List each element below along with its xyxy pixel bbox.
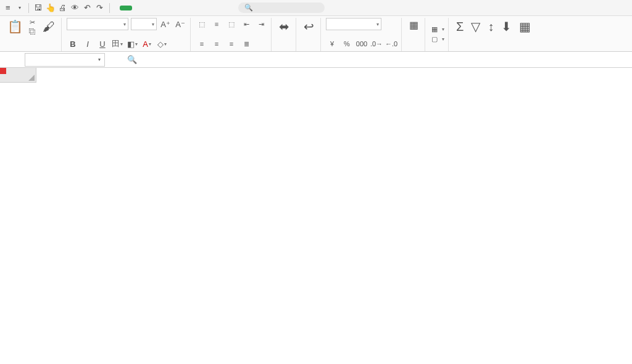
brush-icon: 🖌 <box>43 20 55 34</box>
cell-icon: ▢ <box>430 35 439 43</box>
sort-icon: ↕ <box>488 20 494 34</box>
undo-icon[interactable]: ↶ <box>82 2 93 14</box>
italic-button[interactable]: I <box>81 38 94 50</box>
align-group: ⬚ ≡ ⬚ ⇤ ⇥ ≡ ≡ ≡ ≣ <box>194 18 272 51</box>
styles-group: ▦ <box>405 18 425 51</box>
fill-icon: ⬇ <box>501 19 512 34</box>
tab-start[interactable] <box>120 6 132 10</box>
indent-decrease-button[interactable]: ⇤ <box>240 18 252 30</box>
align-left-button[interactable]: ≡ <box>196 38 208 50</box>
chevron-down-icon: ▾ <box>98 57 101 62</box>
clipboard-icon: 📋 <box>7 19 23 34</box>
justify-button[interactable]: ≣ <box>240 38 252 50</box>
cells-icon: ▦ <box>519 19 531 34</box>
tab-insert[interactable] <box>132 6 144 10</box>
copy-icon: ⿻ <box>28 28 36 35</box>
print-icon[interactable]: 🖨 <box>57 2 69 14</box>
tab-formula[interactable] <box>157 6 169 10</box>
copy-button[interactable]: ⿻ <box>28 28 38 35</box>
fill-color-button[interactable]: ◧▾ <box>126 38 138 50</box>
cell-style-button[interactable]: ▢▾ <box>430 35 444 43</box>
search-icon: 🔍 <box>244 4 253 12</box>
scissors-icon: ✂ <box>28 19 36 27</box>
increase-decimal-button[interactable]: .0→ <box>370 38 383 50</box>
paste-button[interactable]: 📋 <box>5 18 25 36</box>
zoom-icon[interactable]: 🔍 <box>127 55 137 64</box>
align-center-button[interactable]: ≡ <box>210 38 223 50</box>
print-preview-icon[interactable]: 👁 <box>70 2 81 14</box>
merge-icon: ⬌ <box>279 19 289 34</box>
conditional-format-button[interactable]: ▦ <box>407 18 421 32</box>
fill-button[interactable]: ⬇ <box>499 18 514 36</box>
ribbon: 📋 ✂ ⿻ 🖌 ▾ ▾ A⁺ A⁻ B I U 田▾ ◧▾ A▾ <box>0 16 632 52</box>
redo-icon[interactable]: ↷ <box>94 2 106 14</box>
formula-bar: ▾ 🔍 <box>0 52 632 68</box>
increase-font-button[interactable]: A⁺ <box>159 18 172 30</box>
search-input[interactable] <box>256 4 317 12</box>
separator <box>28 3 29 13</box>
funnel-icon: ▽ <box>471 19 480 34</box>
save-as-icon[interactable]: 👆 <box>45 2 56 14</box>
grid-icon: ▦ <box>430 25 439 33</box>
ribbon-tabs <box>120 6 231 10</box>
tab-page-layout[interactable] <box>144 6 157 10</box>
font-group: ▾ ▾ A⁺ A⁻ B I U 田▾ ◧▾ A▾ ◇▾ <box>65 18 191 51</box>
decrease-decimal-button[interactable]: ←.0 <box>385 38 397 50</box>
sort-button[interactable]: ↕ <box>485 19 496 36</box>
percent-button[interactable]: % <box>341 38 353 50</box>
merge-group: ⬌ <box>275 18 296 51</box>
tab-data[interactable] <box>169 6 181 10</box>
menubar: ≡ ▾ 🖫 👆 🖨 👁 ↶ ↷ 🔍 <box>0 0 632 16</box>
hamburger-icon[interactable]: ≡ <box>4 3 12 12</box>
select-all-corner[interactable] <box>0 68 36 83</box>
chevron-down-icon: ▾ <box>123 22 126 27</box>
wrap-icon: ↩ <box>304 19 314 34</box>
font-name-select[interactable]: ▾ <box>67 18 128 30</box>
bold-button[interactable]: B <box>67 38 79 50</box>
font-size-select[interactable]: ▾ <box>131 18 157 30</box>
number-format-select[interactable]: ▾ <box>326 18 381 30</box>
font-color-button[interactable]: A▾ <box>141 38 153 50</box>
filter-button[interactable]: ▽ <box>468 18 483 36</box>
align-top-button[interactable]: ⬚ <box>196 18 208 30</box>
border-button[interactable]: 田▾ <box>111 38 123 50</box>
cut-button[interactable]: ✂ <box>28 19 38 27</box>
wrap-group: ↩ <box>300 18 321 51</box>
editing-group: Σ ▽ ↕ ⬇ ▦ <box>452 18 537 51</box>
align-bottom-button[interactable]: ⬚ <box>225 18 238 30</box>
name-box[interactable]: ▾ <box>25 53 105 67</box>
tab-review[interactable] <box>181 6 194 10</box>
comma-button[interactable]: 000 <box>356 38 368 50</box>
column-headers <box>0 68 36 83</box>
format-painter-button[interactable]: 🖌 <box>40 19 57 36</box>
align-right-button[interactable]: ≡ <box>225 38 238 50</box>
currency-button[interactable]: ¥ <box>326 38 338 50</box>
command-search[interactable]: 🔍 <box>238 2 325 13</box>
chevron-down-icon: ▾ <box>376 22 379 27</box>
tab-devtools[interactable] <box>206 6 218 10</box>
cell-ops-button[interactable]: ▦ <box>517 18 533 36</box>
table-style-button[interactable]: ▦▾ <box>430 25 444 33</box>
align-middle-button[interactable]: ≡ <box>210 18 223 30</box>
tab-view[interactable] <box>194 6 206 10</box>
styles-group-2: ▦▾ ▢▾ <box>429 18 449 51</box>
clear-format-button[interactable]: ◇▾ <box>156 38 168 50</box>
table-icon: ▦ <box>409 19 418 31</box>
sigma-icon: Σ <box>456 20 464 34</box>
clipboard-group: 📋 ✂ ⿻ 🖌 <box>4 18 62 51</box>
separator <box>109 3 110 13</box>
save-icon[interactable]: 🖫 <box>33 2 44 14</box>
sum-button[interactable]: Σ <box>454 19 466 36</box>
underline-button[interactable]: U <box>96 38 109 50</box>
decrease-font-button[interactable]: A⁻ <box>174 18 186 30</box>
tab-member[interactable] <box>218 6 231 10</box>
indent-increase-button[interactable]: ⇥ <box>255 18 267 30</box>
number-group: ▾ ¥ % 000 .0→ ←.0 <box>325 18 402 51</box>
wrap-text-button[interactable]: ↩ <box>301 18 317 36</box>
merge-center-button[interactable]: ⬌ <box>276 18 292 36</box>
chevron-down-icon: ▾ <box>152 22 154 27</box>
file-menu[interactable]: ▾ <box>14 4 25 12</box>
chevron-down-icon: ▾ <box>19 5 21 10</box>
spreadsheet[interactable] <box>0 68 632 364</box>
